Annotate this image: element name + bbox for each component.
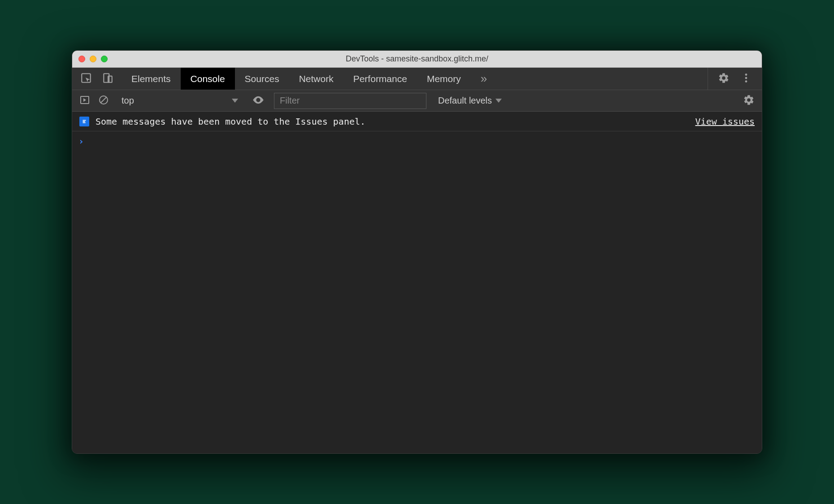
clear-console-icon[interactable]	[98, 95, 109, 107]
traffic-lights	[72, 56, 108, 62]
view-issues-link[interactable]: View issues	[695, 116, 755, 127]
window-title: DevTools - samesite-sandbox.glitch.me/	[72, 54, 762, 64]
log-levels-select[interactable]: Default levels	[434, 96, 505, 106]
console-toolbar-left	[79, 95, 109, 107]
main-tabs: Elements Console Sources Network Perform…	[72, 68, 762, 90]
inspect-tools	[72, 68, 122, 90]
svg-line-8	[101, 97, 106, 103]
window-titlebar: DevTools - samesite-sandbox.glitch.me/	[72, 51, 762, 68]
tab-label: Console	[191, 74, 225, 84]
tab-elements[interactable]: Elements	[122, 68, 181, 90]
inspect-element-icon[interactable]	[80, 72, 92, 86]
tab-console[interactable]: Console	[181, 68, 235, 90]
execution-context-select[interactable]: top	[117, 93, 243, 109]
tab-performance[interactable]: Performance	[343, 68, 417, 90]
live-expression-icon[interactable]	[252, 94, 265, 108]
device-toggle-icon[interactable]	[102, 72, 113, 86]
more-options-button[interactable]	[740, 72, 752, 86]
toggle-sidebar-icon[interactable]	[79, 95, 90, 107]
chevron-down-icon	[232, 99, 238, 103]
tab-network[interactable]: Network	[289, 68, 343, 90]
tab-sources[interactable]: Sources	[235, 68, 289, 90]
tab-label: Sources	[245, 74, 279, 84]
console-settings-button[interactable]	[743, 94, 755, 108]
maximize-window-button[interactable]	[101, 56, 108, 62]
filter-input[interactable]	[274, 93, 426, 109]
context-label: top	[122, 96, 134, 106]
tab-label: Network	[299, 74, 334, 84]
svg-point-3	[745, 74, 747, 76]
issues-message: Some messages have been moved to the Iss…	[96, 116, 689, 127]
console-body[interactable]: ›	[72, 131, 762, 453]
svg-point-5	[745, 80, 747, 83]
close-window-button[interactable]	[78, 56, 85, 62]
tab-memory[interactable]: Memory	[417, 68, 471, 90]
chevron-down-icon	[495, 99, 502, 103]
levels-label: Default levels	[438, 96, 492, 106]
tab-label: Memory	[427, 74, 461, 84]
more-tabs-button[interactable]: »	[471, 68, 497, 90]
tab-label: Elements	[131, 74, 171, 84]
settings-button[interactable]	[718, 72, 730, 86]
svg-point-4	[745, 77, 747, 79]
tab-label: Performance	[353, 74, 407, 84]
main-tabs-right	[708, 68, 762, 90]
issues-info-bar: Some messages have been moved to the Iss…	[72, 112, 762, 131]
minimize-window-button[interactable]	[90, 56, 96, 62]
console-toolbar: top Default levels	[72, 90, 762, 112]
issues-icon	[79, 117, 89, 126]
chevron-right-double-icon: »	[481, 72, 487, 86]
console-prompt: ›	[78, 136, 84, 147]
devtools-window: DevTools - samesite-sandbox.glitch.me/ E…	[72, 50, 762, 454]
